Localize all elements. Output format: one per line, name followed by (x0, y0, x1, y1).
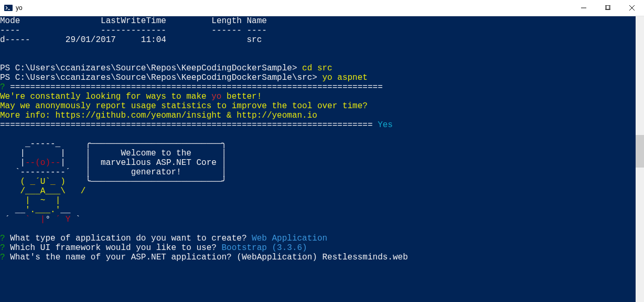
ascii-l7b: | ~ | (25, 196, 60, 205)
ascii-l5d: ´U` (35, 177, 50, 186)
notice-line2: May we anonymously report usage statisti… (0, 101, 368, 111)
ascii-l3b: --(o)-- (25, 158, 60, 168)
q1-text: What type of application do you want to … (5, 234, 247, 243)
window-titlebar: yo (0, 0, 644, 16)
window-controls (572, 0, 644, 16)
ascii-l4b: │ generator! │ (85, 168, 227, 177)
ascii-l4a: `---------´ (0, 168, 85, 177)
ascii-l2b: │ Welcome to the │ (85, 149, 227, 158)
notice-divider2: ========================================… (0, 120, 378, 130)
maximize-button[interactable] (596, 0, 620, 16)
q1-answer: Web Application (246, 234, 327, 243)
ascii-l9e: ` (70, 215, 80, 224)
dir-header-len: Length (211, 16, 242, 26)
dir-row-date: 29/01/2017 (66, 35, 116, 45)
ascii-l9a: ´ (0, 215, 25, 224)
q2-text: Which UI framework would you like to use… (5, 243, 217, 253)
prompt-1-cmd: cd src (302, 64, 332, 73)
dir-dash-name: ---- (247, 26, 267, 35)
ascii-l5b: ( (20, 177, 30, 186)
ascii-l8b: '.___.' (25, 205, 60, 215)
close-button[interactable] (620, 0, 644, 16)
ascii-l7a (0, 196, 25, 205)
svg-rect-3 (605, 5, 609, 9)
ascii-l8: __ (0, 205, 25, 215)
dir-dash-lwt: ------------- (101, 26, 166, 35)
ascii-l9c: ° (45, 215, 55, 224)
q1-qmark: ? (0, 234, 5, 243)
q3-qmark: ? (0, 253, 5, 262)
terminal-container: Mode LastWriteTime Length Name ---- ----… (0, 16, 644, 302)
ascii-l5g (66, 177, 85, 186)
ascii-l3c: | (60, 158, 85, 168)
dir-header-mode: Mode (0, 16, 20, 26)
ascii-l5f: ) (56, 177, 66, 186)
prompt-2-cmd: yo aspnet (323, 73, 368, 82)
ascii-l1b: ╭──────────────────────────╮ (85, 139, 227, 149)
svg-rect-0 (4, 5, 13, 11)
powershell-icon (4, 4, 13, 12)
ascii-l5e: _ (50, 177, 56, 186)
terminal-output[interactable]: Mode LastWriteTime Length Name ---- ----… (0, 16, 636, 302)
q3-input[interactable]: Restlessminds.web (323, 253, 408, 262)
prompt-1-ps: PS C:\Users\ccanizares\Source\Repos\Keep… (0, 64, 302, 73)
dir-dash-mode: ---- (0, 26, 20, 35)
svg-rect-4 (606, 5, 610, 9)
notice-qmark: ? (0, 82, 5, 92)
dir-dash-len: ------ (211, 26, 242, 35)
ascii-l9b: ` | (25, 215, 45, 224)
window-title: yo (16, 4, 572, 12)
ascii-l5c: _ (30, 177, 36, 186)
ascii-l6: /___A___\ / (0, 186, 85, 196)
q2-answer: Bootstrap (3.3.6) (217, 243, 307, 253)
dir-row-mode: d----- (0, 35, 30, 45)
notice-divider1: ========================================… (5, 82, 383, 92)
scrollbar-thumb[interactable] (636, 135, 644, 168)
q3-default: (WebApplication) (237, 253, 322, 262)
dir-row-time: 11:04 (141, 35, 166, 45)
ascii-l5a (0, 177, 20, 186)
dir-row-name: src (247, 35, 262, 45)
q3-text: What's the name of your ASP.NET applicat… (5, 253, 237, 262)
q2-qmark: ? (0, 243, 5, 253)
ascii-l8c: __ (60, 205, 70, 215)
minimize-button[interactable] (572, 0, 596, 16)
notice-answer: Yes (378, 120, 393, 130)
notice-line1a: We're constantly looking for ways to mak… (0, 92, 211, 101)
ascii-l2a: | | (0, 149, 85, 158)
ascii-l3a: | (0, 158, 25, 168)
ascii-l3d: │ marvellous ASP.NET Core │ (85, 158, 227, 168)
notice-line1b: yo (211, 92, 221, 101)
prompt-2-ps: PS C:\Users\ccanizares\Source\Repos\Keep… (0, 73, 323, 82)
ascii-l5h: ╰──────────────────────────╯ (85, 177, 227, 186)
dir-header-name: Name (247, 16, 267, 26)
notice-line1c: better! (221, 92, 262, 101)
notice-line3: More info: https://github.com/yeoman/ins… (0, 111, 317, 120)
ascii-l9d: ´ Y (56, 215, 71, 224)
ascii-l1a: _-----_ (0, 139, 85, 149)
dir-header-lwt: LastWriteTime (101, 16, 166, 26)
